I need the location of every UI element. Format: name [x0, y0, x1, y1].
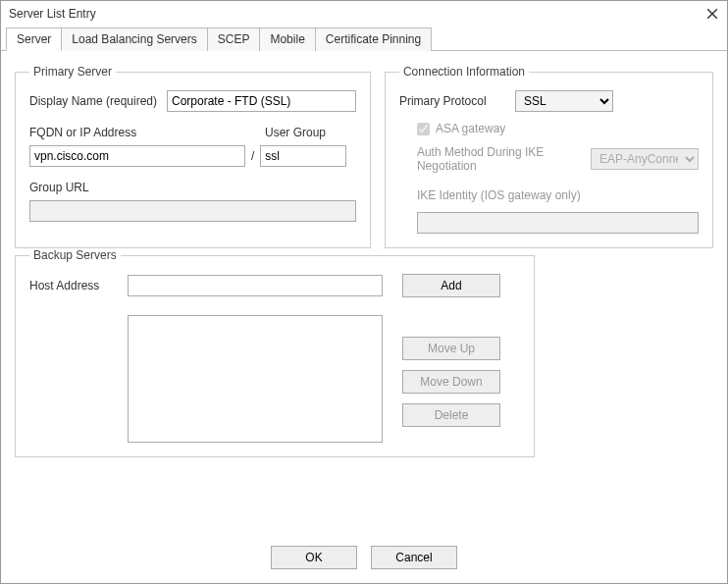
fqdn-label: FQDN or IP Address: [29, 126, 265, 139]
primary-server-legend: Primary Server: [29, 65, 116, 79]
connection-info-group: Connection Information Primary Protocol …: [385, 65, 713, 248]
group-url-input: [29, 200, 356, 222]
move-down-button: Move Down: [402, 370, 500, 394]
backup-servers-legend: Backup Servers: [29, 248, 121, 262]
auth-method-select: EAP-AnyConnect: [591, 148, 699, 170]
connection-info-legend: Connection Information: [399, 65, 529, 79]
tab-body: Primary Server Display Name (required) F…: [1, 51, 727, 536]
delete-button: Delete: [402, 403, 500, 427]
fqdn-usergroup-separator: /: [245, 149, 260, 163]
dialog-buttons: OK Cancel: [1, 536, 727, 583]
tabstrip: Server Load Balancing Servers SCEP Mobil…: [1, 27, 727, 51]
auth-method-label: Auth Method During IKE Negotiation: [417, 145, 581, 173]
server-list-entry-window: Server List Entry Server Load Balancing …: [0, 0, 728, 584]
move-up-button: Move Up: [402, 337, 500, 360]
titlebar: Server List Entry: [1, 1, 727, 25]
ike-identity-input: [417, 212, 699, 234]
tab-scep[interactable]: SCEP: [207, 27, 261, 51]
ok-button[interactable]: OK: [271, 546, 357, 569]
backup-servers-group: Backup Servers Host Address Add Move Up …: [15, 248, 535, 457]
asa-gateway-checkbox: [417, 123, 430, 135]
window-title: Server List Entry: [9, 7, 96, 21]
fqdn-input[interactable]: [29, 145, 245, 167]
primary-protocol-label: Primary Protocol: [399, 94, 505, 108]
asa-gateway-label: ASA gateway: [436, 122, 505, 135]
host-address-input[interactable]: [128, 275, 383, 296]
cancel-button[interactable]: Cancel: [371, 546, 457, 569]
primary-server-group: Primary Server Display Name (required) F…: [15, 65, 371, 248]
user-group-input[interactable]: [260, 145, 346, 167]
tab-mobile[interactable]: Mobile: [259, 27, 315, 51]
display-name-label: Display Name (required): [29, 94, 167, 108]
tab-certificate-pinning[interactable]: Certificate Pinning: [315, 27, 432, 51]
ike-identity-label: IKE Identity (IOS gateway only): [417, 188, 581, 202]
asa-gateway-row: ASA gateway: [399, 122, 699, 135]
group-url-label: Group URL: [29, 181, 89, 194]
backup-servers-listbox[interactable]: [128, 315, 383, 443]
display-name-input[interactable]: [167, 90, 356, 112]
tab-load-balancing-servers[interactable]: Load Balancing Servers: [61, 27, 207, 51]
close-icon[interactable]: [705, 7, 719, 21]
tab-server[interactable]: Server: [6, 27, 62, 51]
add-button[interactable]: Add: [402, 274, 500, 297]
primary-protocol-select[interactable]: SSL: [515, 90, 613, 112]
host-address-label: Host Address: [29, 279, 128, 292]
user-group-label: User Group: [265, 126, 326, 139]
